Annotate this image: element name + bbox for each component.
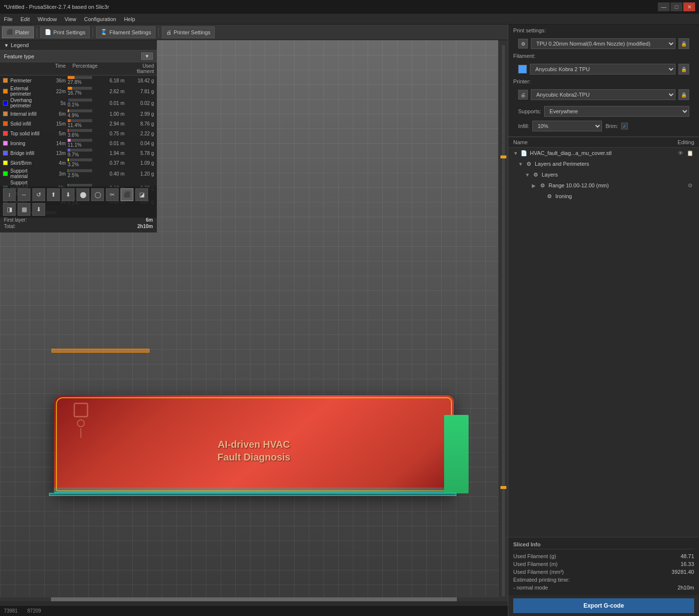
printer-lock-button[interactable]: 🔒: [678, 89, 689, 100]
legend-filament: 1.20 g: [125, 171, 154, 177]
maximize-button[interactable]: □: [671, 2, 682, 11]
tree-item-1[interactable]: ▼ ⚙ Layers and Perimeters: [508, 158, 699, 169]
menu-help[interactable]: Help: [120, 15, 139, 23]
legend-dist: 0.75 m: [98, 131, 125, 136]
bottom-scrollbar[interactable]: [0, 597, 508, 601]
menu-view[interactable]: View: [61, 15, 80, 23]
legend-dist: 1.00 m: [98, 111, 125, 117]
printer-select[interactable]: Anycubic Kobra2-TPU: [531, 89, 675, 100]
sliced-info-row: Used Filament (g) 48.71: [513, 552, 694, 560]
tool-fdm[interactable]: ▦: [18, 203, 30, 216]
sliced-label: - normal mode: [513, 585, 548, 590]
legend-row: Overhang perimeter 5s 0.1% 0.01 m 0.02 g: [0, 97, 157, 109]
filament-lock-button[interactable]: 🔒: [678, 64, 689, 75]
legend-dist: 2.94 m: [98, 121, 125, 127]
close-button[interactable]: ✕: [683, 2, 695, 11]
legend-row: Solid infill 15m 11.4% 2.94 m 8.76 g: [0, 119, 157, 128]
print-settings-button[interactable]: 📄 Print Settings: [40, 26, 90, 38]
legend-row-name: Perimeter: [10, 78, 31, 83]
legend-collapse-icon[interactable]: ▼: [4, 43, 9, 48]
legend-time: 3m: [44, 171, 66, 177]
filament-select[interactable]: Anycubic Kobra 2 TPU: [530, 64, 675, 75]
tool-export[interactable]: ⬇: [32, 203, 45, 216]
printer-icon: 🖨: [518, 90, 528, 100]
tree-item-4[interactable]: ⚙ Ironing: [508, 191, 699, 202]
tool-split[interactable]: ◯: [91, 188, 104, 201]
toolbar-separator-3: [158, 27, 159, 37]
tool-cut[interactable]: ✂: [106, 188, 119, 201]
gear-button[interactable]: ⚙: [686, 181, 694, 189]
export-gcode-button[interactable]: Export G-code: [513, 598, 694, 613]
copy-button[interactable]: 📋: [686, 149, 694, 157]
menu-window[interactable]: Window: [34, 15, 61, 23]
legend-time: 36m: [44, 78, 66, 83]
layer-slider[interactable]: [498, 40, 508, 601]
tool-move[interactable]: ↕: [3, 188, 16, 201]
object-tree: Name Editing ▼ 📄 HVAC_fault_diag...a_mu_…: [508, 137, 699, 537]
sliced-info: Sliced Info Used Filament (g) 48.71 Used…: [508, 537, 699, 595]
legend-row: Bridge infill 13m 9.7% 1.94 m 5.78 g: [0, 148, 157, 158]
tool-place[interactable]: ⬤: [76, 188, 89, 201]
first-layer-label: First layer:: [4, 217, 27, 223]
tree-expand-icon[interactable]: ▶: [532, 183, 537, 188]
slider-track[interactable]: [502, 45, 505, 596]
model-top-perimeter: [51, 349, 150, 353]
tool-down[interactable]: ⬇: [62, 188, 75, 201]
tool-rotate[interactable]: ↺: [32, 188, 45, 201]
tool-paint[interactable]: ⬛: [121, 188, 133, 201]
legend-row-name: Top solid infill: [10, 131, 39, 136]
legend-row-name: Skirt/Brim: [10, 160, 31, 166]
minimize-button[interactable]: —: [658, 2, 670, 11]
menu-configuration[interactable]: Configuration: [80, 15, 120, 23]
legend-bar: 4.9%: [66, 109, 98, 118]
tree-item-2[interactable]: ▼ ⚙ Layers: [508, 169, 699, 180]
sliced-info-row: - normal mode 2h10m: [513, 584, 694, 591]
legend-row-name: Support material: [10, 168, 44, 179]
tool-support[interactable]: ◪: [135, 188, 148, 201]
total-label: Total:: [4, 224, 16, 229]
scrollbar-thumb[interactable]: [51, 597, 457, 601]
tree-editing-col: Editing: [665, 139, 694, 145]
menu-edit[interactable]: Edit: [17, 15, 34, 23]
profile-select[interactable]: TPU 0.20mm Normal(0.4mm Nozzle) (modifie…: [531, 38, 675, 49]
printer-label-text: Printer:: [513, 78, 694, 84]
toolbar-separator: [37, 27, 37, 37]
sliced-label: Estimated printing time:: [513, 577, 570, 583]
feature-type-filter-button[interactable]: ▼: [141, 52, 153, 60]
tree-item-3[interactable]: ▶ ⚙ Range 10.00-12.00 (mm) ⚙: [508, 180, 699, 191]
infill-select[interactable]: 10%: [532, 121, 602, 131]
plater-button[interactable]: ⬛ Plater: [2, 26, 34, 38]
profile-lock-button[interactable]: 🔒: [678, 38, 689, 49]
slider-thumb-bottom[interactable]: [500, 486, 506, 489]
printer-settings-button[interactable]: 🖨 Printer Settings: [162, 26, 215, 38]
sliced-value: 2h10m: [677, 585, 694, 590]
legend-row: Support material 3m 2.5% 0.40 m 1.20 g: [0, 168, 157, 180]
legend-row: External perimeter 22m 16.7% 2.62 m 7.81…: [0, 85, 157, 97]
tree-item-name: Layers: [542, 172, 692, 178]
filament-settings-button[interactable]: 🧵 Filament Settings: [96, 26, 155, 38]
legend-swatch: [3, 131, 8, 136]
tree-item-icon: ⚙: [539, 181, 547, 189]
supports-select[interactable]: Everywhere: [544, 106, 689, 117]
tree-expand-icon[interactable]: ▼: [518, 161, 523, 167]
legend-dist: 0.37 m: [98, 160, 125, 166]
toolbar-separator-2: [93, 27, 93, 37]
tree-expand-icon[interactable]: ▼: [513, 151, 518, 156]
tool-scale[interactable]: ↔: [18, 188, 30, 201]
legend-row-name: Ironing: [10, 141, 25, 146]
tree-expand-icon[interactable]: ▼: [525, 172, 530, 178]
eye-button[interactable]: 👁: [676, 149, 684, 157]
menu-file[interactable]: File: [0, 15, 17, 23]
sliced-info-row: Estimated printing time:: [513, 576, 694, 584]
legend-filament: 2.22 g: [125, 131, 154, 136]
brim-checkbox[interactable]: [621, 123, 628, 129]
slider-thumb-top[interactable]: [500, 155, 506, 158]
tool-seam[interactable]: ◨: [3, 203, 16, 216]
tree-item-0[interactable]: ▼ 📄 HVAC_fault_diag...a_mu_cover.stl 👁📋: [508, 148, 699, 158]
tool-up[interactable]: ⬆: [47, 188, 60, 201]
legend-bar: 3.6%: [66, 129, 98, 138]
infill-item: Infill: 10%: [518, 121, 602, 131]
coord-left: 73981: [4, 608, 18, 614]
right-panel: Print settings: ⚙ TPU 0.20mm Normal(0.4m…: [508, 25, 699, 616]
legend-filament: 0.04 g: [125, 141, 154, 146]
